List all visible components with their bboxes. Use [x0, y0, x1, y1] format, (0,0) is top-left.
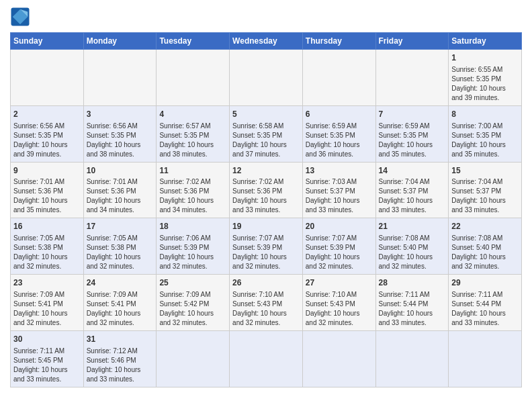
calendar-cell: 7Sunrise: 6:59 AMSunset: 5:35 PMDaylight…: [375, 105, 449, 162]
header-day: Tuesday: [157, 33, 230, 50]
page-container: SundayMondayTuesdayWednesdayThursdayFrid…: [0, 0, 532, 394]
day-number: 16: [13, 221, 81, 232]
calendar-cell: 12Sunrise: 7:02 AMSunset: 5:36 PMDayligh…: [230, 162, 303, 218]
day-number: 13: [306, 165, 373, 177]
calendar-cell: [449, 330, 522, 387]
day-number: 14: [379, 165, 446, 177]
calendar-cell: [157, 330, 230, 387]
calendar-cell: [230, 50, 303, 106]
calendar-cell: 9Sunrise: 7:01 AMSunset: 5:36 PMDaylight…: [11, 162, 84, 218]
calendar-table: SundayMondayTuesdayWednesdayThursdayFrid…: [10, 32, 522, 387]
calendar-cell: 28Sunrise: 7:11 AMSunset: 5:44 PMDayligh…: [375, 275, 449, 331]
day-number: 15: [451, 165, 519, 177]
day-number: 27: [306, 277, 373, 289]
calendar-cell: 27Sunrise: 7:10 AMSunset: 5:43 PMDayligh…: [302, 275, 375, 331]
logo-icon: [10, 7, 30, 27]
header-day: Thursday: [302, 33, 375, 50]
calendar-cell: 15Sunrise: 7:04 AMSunset: 5:37 PMDayligh…: [449, 162, 522, 218]
day-number: 4: [159, 109, 226, 120]
calendar-header: SundayMondayTuesdayWednesdayThursdayFrid…: [11, 33, 522, 50]
calendar-body: 1Sunrise: 6:55 AMSunset: 5:35 PMDaylight…: [11, 50, 522, 387]
day-number: 2: [13, 109, 81, 120]
day-number: 26: [232, 277, 300, 289]
calendar-cell: 8Sunrise: 7:00 AMSunset: 5:35 PMDaylight…: [449, 105, 522, 162]
day-number: 21: [379, 221, 446, 232]
header-day: Sunday: [11, 33, 84, 50]
header-day: Saturday: [449, 33, 522, 50]
calendar-cell: [302, 330, 375, 387]
calendar-cell: 19Sunrise: 7:07 AMSunset: 5:39 PMDayligh…: [230, 218, 303, 275]
calendar-cell: 5Sunrise: 6:58 AMSunset: 5:35 PMDaylight…: [230, 105, 303, 162]
day-number: 7: [379, 109, 446, 120]
calendar-cell: 6Sunrise: 6:59 AMSunset: 5:35 PMDaylight…: [302, 105, 375, 162]
day-number: 12: [232, 165, 300, 177]
header-day: Friday: [375, 33, 449, 50]
day-number: 29: [451, 277, 519, 289]
calendar-cell: 22Sunrise: 7:08 AMSunset: 5:40 PMDayligh…: [449, 218, 522, 275]
day-number: 18: [159, 221, 226, 232]
calendar-cell: 29Sunrise: 7:11 AMSunset: 5:44 PMDayligh…: [449, 275, 522, 331]
calendar-cell: 16Sunrise: 7:05 AMSunset: 5:38 PMDayligh…: [11, 218, 84, 275]
calendar-cell: 2Sunrise: 6:56 AMSunset: 5:35 PMDaylight…: [11, 105, 84, 162]
calendar-cell: 17Sunrise: 7:05 AMSunset: 5:38 PMDayligh…: [83, 218, 157, 275]
logo: [10, 7, 33, 27]
day-number: 31: [87, 334, 154, 345]
day-number: 8: [451, 109, 519, 120]
calendar-cell: 26Sunrise: 7:10 AMSunset: 5:43 PMDayligh…: [230, 275, 303, 331]
day-number: 19: [232, 221, 300, 232]
day-number: 30: [13, 334, 81, 345]
calendar-cell: [375, 330, 449, 387]
calendar-cell: 14Sunrise: 7:04 AMSunset: 5:37 PMDayligh…: [375, 162, 449, 218]
calendar-cell: [83, 50, 157, 106]
day-number: 17: [87, 221, 154, 232]
day-number: 24: [87, 277, 154, 289]
header-day: Monday: [83, 33, 157, 50]
calendar-cell: 3Sunrise: 6:56 AMSunset: 5:35 PMDaylight…: [83, 105, 157, 162]
calendar-cell: 31Sunrise: 7:12 AMSunset: 5:46 PMDayligh…: [83, 330, 157, 387]
day-number: 11: [159, 165, 226, 177]
calendar-week-row: 2Sunrise: 6:56 AMSunset: 5:35 PMDaylight…: [11, 105, 522, 162]
calendar-week-row: 9Sunrise: 7:01 AMSunset: 5:36 PMDaylight…: [11, 162, 522, 218]
calendar-cell: 10Sunrise: 7:01 AMSunset: 5:36 PMDayligh…: [83, 162, 157, 218]
calendar-cell: 21Sunrise: 7:08 AMSunset: 5:40 PMDayligh…: [375, 218, 449, 275]
calendar-cell: 18Sunrise: 7:06 AMSunset: 5:39 PMDayligh…: [157, 218, 230, 275]
day-number: 25: [159, 277, 226, 289]
day-number: 23: [13, 277, 81, 289]
calendar-cell: 13Sunrise: 7:03 AMSunset: 5:37 PMDayligh…: [302, 162, 375, 218]
calendar-cell: 4Sunrise: 6:57 AMSunset: 5:35 PMDaylight…: [157, 105, 230, 162]
day-number: 6: [306, 109, 373, 120]
calendar-cell: 24Sunrise: 7:09 AMSunset: 5:41 PMDayligh…: [83, 275, 157, 331]
day-number: 3: [87, 109, 154, 120]
calendar-cell: [157, 50, 230, 106]
day-number: 1: [451, 52, 519, 64]
calendar-cell: 1Sunrise: 6:55 AMSunset: 5:35 PMDaylight…: [449, 50, 522, 106]
day-number: 20: [306, 221, 373, 232]
calendar-week-row: 1Sunrise: 6:55 AMSunset: 5:35 PMDaylight…: [11, 50, 522, 106]
header-day: Wednesday: [230, 33, 303, 50]
calendar-cell: 23Sunrise: 7:09 AMSunset: 5:41 PMDayligh…: [11, 275, 84, 331]
calendar-cell: 25Sunrise: 7:09 AMSunset: 5:42 PMDayligh…: [157, 275, 230, 331]
calendar-cell: 30Sunrise: 7:11 AMSunset: 5:45 PMDayligh…: [11, 330, 84, 387]
day-number: 10: [87, 165, 154, 177]
calendar-cell: [375, 50, 449, 106]
calendar-cell: [302, 50, 375, 106]
day-number: 9: [13, 165, 81, 177]
calendar-week-row: 16Sunrise: 7:05 AMSunset: 5:38 PMDayligh…: [11, 218, 522, 275]
day-number: 5: [232, 109, 300, 120]
calendar-cell: [230, 330, 303, 387]
calendar-cell: 11Sunrise: 7:02 AMSunset: 5:36 PMDayligh…: [157, 162, 230, 218]
calendar-week-row: 23Sunrise: 7:09 AMSunset: 5:41 PMDayligh…: [11, 275, 522, 331]
day-number: 22: [451, 221, 519, 232]
calendar-cell: [11, 50, 84, 106]
header: [10, 7, 522, 27]
calendar-week-row: 30Sunrise: 7:11 AMSunset: 5:45 PMDayligh…: [11, 330, 522, 387]
day-number: 28: [379, 277, 446, 289]
calendar-cell: 20Sunrise: 7:07 AMSunset: 5:39 PMDayligh…: [302, 218, 375, 275]
